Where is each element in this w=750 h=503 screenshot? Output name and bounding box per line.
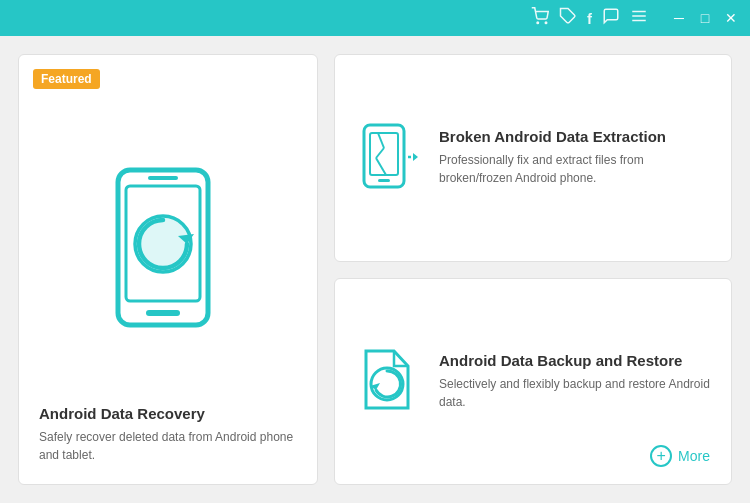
svg-line-15	[378, 133, 384, 148]
more-label: More	[678, 448, 710, 464]
left-card-description: Safely recover deleted data from Android…	[39, 428, 297, 464]
left-card-text: Android Data Recovery Safely recover del…	[39, 389, 297, 464]
backup-restore-icon	[353, 346, 423, 416]
window-controls: ─ □ ✕	[670, 10, 740, 26]
svg-point-21	[371, 368, 403, 400]
svg-line-16	[376, 148, 384, 158]
svg-rect-8	[146, 310, 180, 316]
close-button[interactable]: ✕	[722, 10, 740, 26]
broken-android-card[interactable]: Broken Android Data Extraction Professio…	[334, 54, 732, 262]
right-cards-wrapper: Broken Android Data Extraction Professio…	[334, 54, 732, 485]
more-button[interactable]: + More	[650, 445, 710, 467]
left-card-title: Android Data Recovery	[39, 405, 297, 422]
chat-icon[interactable]	[602, 7, 620, 29]
more-circle-icon: +	[650, 445, 672, 467]
titlebar-app-icons: f	[531, 7, 648, 29]
svg-rect-18	[378, 179, 390, 182]
facebook-icon[interactable]: f	[587, 10, 592, 27]
broken-android-icon	[353, 123, 423, 193]
phone-illustration	[88, 105, 248, 389]
backup-restore-text: Android Data Backup and Restore Selectiv…	[439, 352, 713, 411]
featured-card[interactable]: Featured Android Data	[18, 54, 318, 485]
svg-line-17	[376, 158, 386, 175]
featured-badge: Featured	[33, 69, 100, 89]
cart-icon[interactable]	[531, 7, 549, 29]
svg-point-1	[545, 22, 547, 24]
minimize-button[interactable]: ─	[670, 10, 688, 26]
titlebar: f ─ □ ✕	[0, 0, 750, 36]
tag-icon[interactable]	[559, 7, 577, 29]
svg-rect-9	[148, 176, 178, 180]
main-content: Featured Android Data	[0, 36, 750, 503]
svg-marker-20	[413, 153, 418, 161]
svg-point-0	[537, 22, 539, 24]
menu-icon[interactable]	[630, 7, 648, 29]
backup-restore-desc: Selectively and flexibly backup and rest…	[439, 375, 713, 411]
maximize-button[interactable]: □	[696, 10, 714, 26]
right-cards-column: Broken Android Data Extraction Professio…	[334, 54, 732, 485]
broken-android-desc: Professionally fix and extract files fro…	[439, 151, 713, 187]
backup-restore-title: Android Data Backup and Restore	[439, 352, 713, 369]
broken-android-text: Broken Android Data Extraction Professio…	[439, 128, 713, 187]
broken-android-title: Broken Android Data Extraction	[439, 128, 713, 145]
svg-rect-14	[370, 133, 398, 175]
